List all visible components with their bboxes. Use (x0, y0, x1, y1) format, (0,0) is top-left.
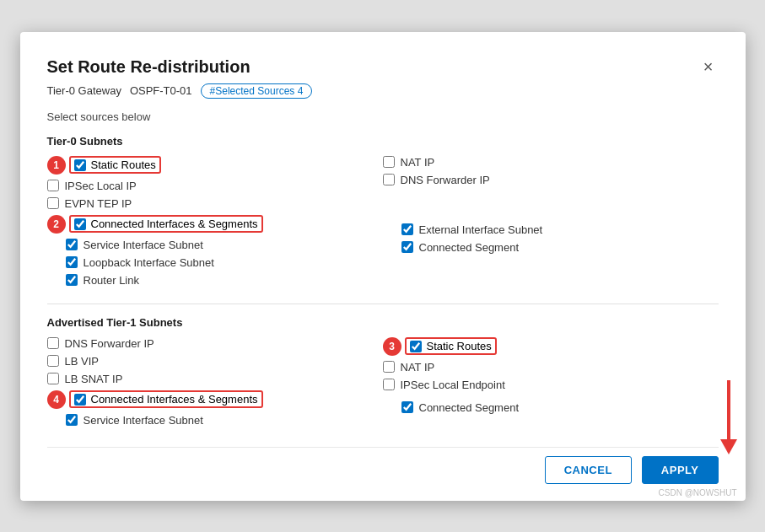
tier1-lb-snat-ip-row: LB SNAT IP (47, 373, 383, 385)
tier1-connected-segment-checkbox[interactable] (401, 401, 413, 413)
arrow-head (720, 439, 737, 454)
connected-segment-row: Connected Segment (401, 241, 719, 254)
service-interface-subnet-checkbox[interactable] (66, 239, 78, 250)
external-interface-subnet-row: External Interface Subnet (401, 223, 719, 236)
static-routes-label: Static Routes (91, 159, 156, 171)
loopback-interface-subnet-row: Loopback Interface Subnet (66, 256, 383, 269)
tier1-static-routes-label: Static Routes (427, 340, 492, 352)
service-interface-subnet-label: Service Interface Subnet (84, 239, 203, 251)
external-interface-subnet-checkbox[interactable] (401, 223, 413, 235)
dns-forwarder-ip-row: DNS Forwarder IP (383, 174, 719, 186)
tier1-connected-segment-label: Connected Segment (419, 401, 520, 414)
tier1-section-title: Advertised Tier-1 Subnets (47, 316, 719, 329)
tier1-lb-vip-checkbox[interactable] (47, 355, 59, 367)
evpn-tep-ip-row: EVPN TEP IP (47, 197, 383, 210)
tier1-static-routes-row: 3 Static Routes (383, 337, 719, 356)
static-routes-highlight: Static Routes (69, 156, 161, 174)
loopback-interface-subnet-checkbox[interactable] (66, 256, 78, 268)
tier1-right-col: 3 Static Routes NAT IP IPSec Local Endpo… (383, 337, 719, 432)
tier1-left-col: DNS Forwarder IP LB VIP LB SNAT IP 4 Con… (47, 337, 383, 432)
annotation-2: 2 (47, 215, 66, 234)
tier1-nat-ip-row: NAT IP (383, 361, 719, 373)
gateway-name: OSPF-T0-01 (130, 84, 192, 97)
tier1-lb-vip-label: LB VIP (65, 355, 99, 368)
tier1-static-routes-highlight: Static Routes (405, 337, 497, 355)
close-button[interactable]: × (698, 56, 719, 78)
tier0-left-col: 1 Static Routes IPSec Local IP EVPN TEP … (47, 156, 383, 292)
ipsec-local-ip-label: IPSec Local IP (65, 180, 137, 192)
modal-header: Set Route Re-distribution × (47, 56, 719, 78)
tier1-connected-interfaces-row: 4 Connected Interfaces & Segments (47, 390, 383, 409)
evpn-tep-ip-checkbox[interactable] (47, 197, 59, 209)
tier1-nat-ip-label: NAT IP (401, 361, 435, 373)
router-link-row: Router Link (66, 274, 383, 287)
tier1-columns: DNS Forwarder IP LB VIP LB SNAT IP 4 Con… (47, 337, 719, 432)
gateway-label: Tier-0 Gateway (47, 84, 121, 97)
tier1-dns-forwarder-ip-checkbox[interactable] (47, 337, 59, 349)
section-divider (47, 304, 719, 304)
tier1-nat-ip-checkbox[interactable] (383, 361, 395, 373)
cancel-button[interactable]: CANCEL (545, 456, 632, 484)
modal-container: Set Route Re-distribution × Tier-0 Gatew… (20, 32, 746, 501)
tier1-dns-forwarder-ip-row: DNS Forwarder IP (47, 337, 383, 350)
red-arrow-annotation (720, 380, 737, 454)
tier1-ipsec-local-endpoint-checkbox[interactable] (383, 379, 395, 390)
apply-button[interactable]: APPLY (642, 456, 719, 484)
select-sources-label: Select sources below (47, 110, 719, 123)
annotation-1: 1 (47, 156, 66, 175)
tier1-connected-interfaces-label: Connected Interfaces & Segments (91, 393, 258, 406)
connected-interfaces-highlight: Connected Interfaces & Segments (69, 215, 263, 233)
tier1-service-interface-subnet-row: Service Interface Subnet (66, 414, 383, 427)
external-interface-subnet-label: External Interface Subnet (419, 223, 543, 236)
connected-interfaces-label: Connected Interfaces & Segments (91, 218, 258, 230)
tier0-static-routes-row: 1 Static Routes (47, 156, 383, 175)
tier0-connected-interfaces-row: 2 Connected Interfaces & Segments (47, 215, 383, 234)
nat-ip-label: NAT IP (401, 156, 435, 169)
dns-forwarder-ip-checkbox[interactable] (383, 174, 395, 185)
nat-ip-checkbox[interactable] (383, 156, 395, 168)
tier1-connected-interfaces-checkbox[interactable] (74, 394, 86, 406)
connected-interfaces-checkbox[interactable] (74, 218, 86, 230)
router-link-checkbox[interactable] (66, 274, 78, 286)
tier0-columns: 1 Static Routes IPSec Local IP EVPN TEP … (47, 156, 719, 292)
service-interface-subnet-row: Service Interface Subnet (66, 239, 383, 251)
connected-segment-label: Connected Segment (419, 241, 520, 254)
tier1-ipsec-local-endpoint-label: IPSec Local Endpoint (401, 379, 505, 391)
tier1-connected-segment-row: Connected Segment (401, 401, 719, 414)
annotation-4: 4 (47, 390, 66, 409)
arrow-line (727, 380, 730, 439)
modal-subtitle: Tier-0 Gateway OSPF-T0-01 #Selected Sour… (47, 83, 719, 99)
annotation-3: 3 (383, 337, 401, 356)
tier1-static-routes-checkbox[interactable] (410, 341, 422, 352)
connected-segment-checkbox[interactable] (401, 241, 413, 253)
watermark: CSDN @NOWSHUT (659, 488, 737, 497)
tier1-service-interface-subnet-label: Service Interface Subnet (84, 414, 203, 427)
tier1-dns-forwarder-ip-label: DNS Forwarder IP (65, 337, 154, 350)
tier0-right-col: NAT IP DNS Forwarder IP External Interfa… (383, 156, 719, 292)
loopback-interface-subnet-label: Loopback Interface Subnet (84, 256, 214, 269)
selected-sources-badge[interactable]: #Selected Sources 4 (201, 83, 313, 99)
dns-forwarder-ip-label: DNS Forwarder IP (401, 174, 490, 186)
modal-title: Set Route Re-distribution (47, 57, 251, 77)
tier1-lb-vip-row: LB VIP (47, 355, 383, 368)
tier1-connected-interfaces-highlight: Connected Interfaces & Segments (69, 390, 263, 408)
modal-footer: CANCEL APPLY (47, 447, 719, 484)
tier0-section-title: Tier-0 Subnets (47, 135, 719, 148)
static-routes-checkbox[interactable] (74, 159, 86, 171)
tier1-lb-snat-ip-checkbox[interactable] (47, 373, 59, 384)
tier1-ipsec-local-endpoint-row: IPSec Local Endpoint (383, 379, 719, 391)
tier1-service-interface-subnet-checkbox[interactable] (66, 414, 78, 426)
router-link-label: Router Link (84, 274, 139, 287)
nat-ip-row: NAT IP (383, 156, 719, 169)
ipsec-local-ip-checkbox[interactable] (47, 180, 59, 191)
evpn-tep-ip-label: EVPN TEP IP (65, 197, 132, 210)
ipsec-local-ip-row: IPSec Local IP (47, 180, 383, 192)
tier1-lb-snat-ip-label: LB SNAT IP (65, 373, 123, 385)
